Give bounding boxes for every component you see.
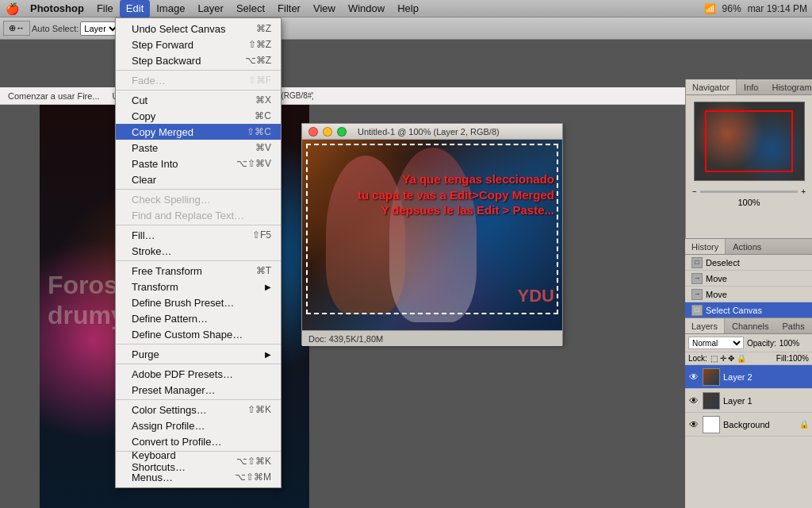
layer-lock-icon: 🔒 [799, 420, 809, 429]
tab-navigator[interactable]: Navigator [686, 79, 737, 94]
adobe-pdf-label: Adobe PDF Presets… [132, 368, 233, 380]
step-backward-label: Step Backward [132, 55, 201, 67]
layer-name-background: Background [723, 420, 796, 429]
history-label-deselect: Deselect [706, 258, 740, 267]
menu-photoshop[interactable]: Photoshop [24, 0, 90, 17]
menu-layer[interactable]: Layer [191, 0, 230, 17]
menu-transform[interactable]: Transform ▶ [116, 279, 281, 294]
menu-keyboard-shortcuts[interactable]: Keyboard Shortcuts… ⌥⇧⌘K [116, 453, 281, 469]
sep-5 [116, 260, 281, 261]
tab-info[interactable]: Info [737, 79, 764, 94]
tab-histogram[interactable]: Histogram [765, 79, 812, 94]
layer-row-layer1[interactable]: 👁 Layer 1 [685, 389, 812, 413]
menu-paste-into[interactable]: Paste Into ⌥⇧⌘V [116, 156, 281, 171]
wifi-icon: 📶 [704, 3, 716, 14]
menu-define-shape[interactable]: Define Custom Shape… [116, 326, 281, 342]
zoom-out-icon[interactable]: − [692, 187, 697, 196]
menu-purge[interactable]: Purge ▶ [116, 346, 281, 362]
history-item-move1[interactable]: → Move [685, 271, 812, 287]
menu-image[interactable]: Image [150, 0, 191, 17]
layer-eye-layer1[interactable]: 👁 [688, 395, 699, 406]
tab-paths[interactable]: Paths [776, 318, 811, 333]
time-label-1-pos: 10:00 AM [646, 325, 683, 335]
menu-menus[interactable]: Menus… ⌥⇧⌘M [116, 469, 281, 485]
layer-thumb-background [703, 416, 720, 433]
history-item-move2[interactable]: → Move [685, 287, 812, 302]
menu-edit[interactable]: Edit [120, 0, 150, 17]
auto-select-dropdown[interactable]: Layer [80, 21, 120, 36]
step-forward-shortcut: ⇧⌘Z [248, 39, 271, 50]
fade-shortcut: ⇧⌘F [248, 75, 271, 86]
lock-label: Lock: [688, 354, 707, 363]
sep-1 [116, 70, 281, 71]
bookmark-1[interactable]: Comenzar a usar Fire... [3, 91, 105, 101]
navigator-viewport-box [705, 110, 792, 172]
menu-select[interactable]: Select [230, 0, 271, 17]
menu-copy[interactable]: Copy ⌘C [116, 108, 281, 124]
menu-assign-profile[interactable]: Assign Profile… [116, 418, 281, 433]
layer-row-layer2[interactable]: 👁 Layer 2 [685, 365, 812, 389]
transform-label: Transform [132, 281, 178, 293]
undo-label: Undo Select Canvas [132, 23, 226, 35]
history-item-deselect[interactable]: □ Deselect [685, 255, 812, 271]
menu-help[interactable]: Help [391, 0, 425, 17]
layer-row-background[interactable]: 👁 Background 🔒 [685, 413, 812, 437]
tab-layers[interactable]: Layers [685, 318, 725, 333]
menus-label: Menus… [132, 471, 173, 483]
menu-adobe-pdf[interactable]: Adobe PDF Presets… [116, 366, 281, 382]
menu-define-pattern[interactable]: Define Pattern… [116, 310, 281, 326]
layer-eye-layer2[interactable]: 👁 [688, 371, 699, 383]
history-label-move1: Move [706, 274, 727, 283]
menu-file[interactable]: File [90, 0, 120, 17]
history-item-select-canvas[interactable]: □ Select Canvas [685, 302, 812, 318]
fill-value: 100% [788, 354, 809, 363]
menu-paste[interactable]: Paste ⌘V [116, 140, 281, 156]
time-label-2-pos: 04:12 PM [645, 362, 683, 371]
menu-cut[interactable]: Cut ⌘X [116, 92, 281, 108]
mac-menu-bar: 🍎 Photoshop File Edit Image Layer Select… [0, 0, 812, 17]
menu-window[interactable]: Window [342, 0, 391, 17]
blend-mode-select[interactable]: Normal [688, 337, 744, 349]
color-settings-shortcut: ⇧⌘K [247, 404, 271, 415]
layer-eye-background[interactable]: 👁 [688, 419, 699, 430]
menu-free-transform[interactable]: Free Transform ⌘T [116, 263, 281, 279]
window-close-btn[interactable] [308, 127, 318, 137]
menu-view[interactable]: View [307, 0, 342, 17]
apple-menu[interactable]: 🍎 [0, 2, 24, 15]
tab-channels[interactable]: Channels [726, 318, 775, 333]
menu-copy-merged[interactable]: Copy Merged ⇧⌘C [116, 124, 281, 140]
clear-label: Clear [132, 174, 156, 186]
window-max-btn[interactable] [337, 127, 347, 137]
menu-clear[interactable]: Clear [116, 171, 281, 187]
menu-find-replace[interactable]: Find and Replace Text… [116, 207, 281, 223]
tab-actions[interactable]: Actions [726, 239, 768, 254]
zoom-slider[interactable] [700, 190, 798, 193]
zoom-in-icon[interactable]: + [801, 187, 806, 196]
menu-convert-profile[interactable]: Convert to Profile… [116, 433, 281, 449]
purge-label: Purge [132, 348, 159, 360]
menu-color-settings[interactable]: Color Settings… ⇧⌘K [116, 402, 281, 418]
purge-arrow: ▶ [265, 350, 271, 359]
menu-preset-manager[interactable]: Preset Manager… [116, 382, 281, 398]
menu-fill[interactable]: Fill… ⇧F5 [116, 227, 281, 243]
convert-profile-label: Convert to Profile… [132, 436, 221, 448]
sep-7 [116, 364, 281, 364]
undo-shortcut: ⌘Z [256, 23, 271, 34]
menu-check-spelling[interactable]: Check Spelling… [116, 191, 281, 207]
menu-step-backward[interactable]: Step Backward ⌥⌘Z [116, 52, 281, 68]
window-min-btn[interactable] [323, 127, 332, 137]
define-shape-label: Define Custom Shape… [132, 329, 243, 341]
transform-arrow: ▶ [265, 283, 271, 291]
cut-shortcut: ⌘X [255, 94, 271, 106]
menu-bar-right: 📶 96% mar 19:14 PM [704, 3, 812, 14]
menu-filter[interactable]: Filter [271, 0, 307, 17]
menu-define-brush[interactable]: Define Brush Preset… [116, 294, 281, 310]
toolbar-tool-1[interactable]: ⊕↔ [3, 21, 30, 36]
menu-step-forward[interactable]: Step Forward ⇧⌘Z [116, 37, 281, 52]
menu-stroke[interactable]: Stroke… [116, 243, 281, 259]
menu-fade[interactable]: Fade… ⇧⌘F [116, 72, 281, 88]
tab-history[interactable]: History [685, 239, 726, 254]
layers-tab-bar: Layers Channels Paths [685, 318, 812, 334]
menu-undo-select-canvas[interactable]: Undo Select Canvas ⌘Z [116, 21, 281, 37]
opacity-label: Opacity: [747, 339, 776, 348]
